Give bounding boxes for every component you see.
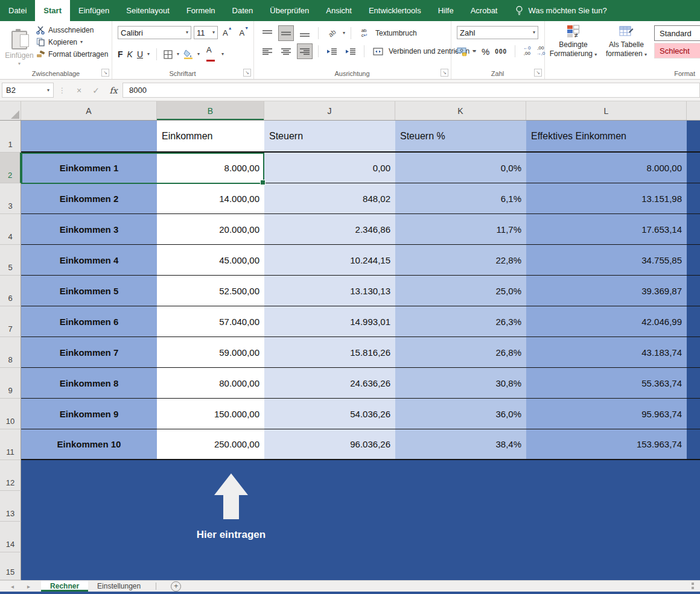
- tab-ueberpruefen[interactable]: Überprüfen: [261, 0, 317, 21]
- sheet-next-icon[interactable]: ▸: [27, 583, 30, 590]
- font-name-select[interactable]: Calibri ▾: [118, 26, 191, 39]
- percent-format-button[interactable]: %: [482, 46, 489, 57]
- scrollbar-grip[interactable]: [692, 583, 694, 589]
- cell-B3[interactable]: 14.000,00: [157, 183, 264, 213]
- tab-start[interactable]: Start: [35, 0, 70, 21]
- row-header-8[interactable]: 8: [0, 337, 21, 368]
- font-size-select[interactable]: 11 ▾: [194, 26, 218, 39]
- thousands-format-button[interactable]: 000: [495, 48, 507, 55]
- cell-K6[interactable]: 25,0%: [395, 276, 526, 306]
- align-right-button[interactable]: [297, 43, 313, 59]
- cell-B8[interactable]: 59.000,00: [157, 337, 264, 367]
- cell-J7[interactable]: 14.993,01: [264, 306, 395, 336]
- column-header-a[interactable]: A: [21, 101, 157, 120]
- cell-A11[interactable]: Einkommen 10: [21, 429, 157, 459]
- row-header-12[interactable]: 12: [0, 460, 21, 491]
- row-header-7[interactable]: 7: [0, 306, 21, 337]
- increase-indent-button[interactable]: [343, 43, 358, 59]
- cell-A5[interactable]: Einkommen 4: [21, 245, 157, 275]
- decrease-decimal-button[interactable]: ,00 →,0: [536, 46, 546, 57]
- format-painter-button[interactable]: Format übertragen: [36, 49, 108, 58]
- orientation-button[interactable]: ab: [324, 25, 340, 41]
- cell-J5[interactable]: 10.244,15: [264, 245, 395, 275]
- cell-B7[interactable]: 57.040,00: [157, 306, 264, 336]
- row-header-15[interactable]: 15: [0, 552, 21, 580]
- cell-J2[interactable]: 0,00: [264, 153, 395, 183]
- insert-function-button[interactable]: fx: [104, 86, 122, 95]
- cell-L3[interactable]: 13.151,98: [526, 183, 687, 213]
- cell-L10[interactable]: 95.963,74: [526, 399, 687, 429]
- formula-input[interactable]: 8000: [122, 83, 700, 98]
- cell-K8[interactable]: 26,8%: [395, 337, 526, 367]
- tab-seitenlayout[interactable]: Seitenlayout: [118, 0, 178, 21]
- tab-acrobat[interactable]: Acrobat: [462, 0, 506, 21]
- cell-J8[interactable]: 15.816,26: [264, 337, 395, 367]
- paste-button[interactable]: Einfügen ▾: [5, 25, 34, 72]
- row-header-11[interactable]: 11: [0, 429, 21, 460]
- cell-L4[interactable]: 17.653,14: [526, 214, 687, 244]
- cell-K4[interactable]: 11,7%: [395, 214, 526, 244]
- cell-K1[interactable]: Steuern %: [395, 121, 526, 151]
- tab-entwicklertools[interactable]: Entwicklertools: [360, 0, 430, 21]
- cell-L9[interactable]: 55.363,74: [526, 368, 687, 398]
- row-header-6[interactable]: 6: [0, 276, 21, 306]
- italic-button[interactable]: K: [127, 49, 133, 59]
- align-left-button[interactable]: [259, 43, 275, 59]
- cell-B1[interactable]: Einkommen: [157, 121, 264, 151]
- sheet-tab-rechner[interactable]: Rechner: [41, 581, 88, 592]
- cell-K9[interactable]: 30,8%: [395, 368, 526, 398]
- cell-J3[interactable]: 848,02: [264, 183, 395, 213]
- row-header-13[interactable]: 13: [0, 491, 21, 522]
- currency-format-button[interactable]: [457, 47, 468, 56]
- cell-J4[interactable]: 2.346,86: [264, 214, 395, 244]
- cell-A3[interactable]: Einkommen 2: [21, 183, 157, 213]
- cell-A6[interactable]: Einkommen 5: [21, 276, 157, 306]
- cell-K10[interactable]: 36,0%: [395, 399, 526, 429]
- cell-K2[interactable]: 0,0%: [395, 153, 526, 183]
- tab-formeln[interactable]: Formeln: [178, 0, 224, 21]
- format-as-table-button[interactable]: Als Tabelleformatieren ▾: [601, 25, 652, 58]
- cell-J9[interactable]: 24.636,26: [264, 368, 395, 398]
- row-header-1[interactable]: 1: [0, 121, 21, 153]
- sheet-prev-icon[interactable]: ◂: [11, 583, 14, 590]
- cell-J1[interactable]: Steuern: [264, 121, 395, 151]
- dialog-launcher-icon[interactable]: ↘: [534, 69, 542, 77]
- decrease-font-button[interactable]: A▼: [237, 28, 252, 37]
- increase-font-button[interactable]: A▲: [220, 28, 235, 37]
- row-header-9[interactable]: 9: [0, 368, 21, 399]
- cell-B9[interactable]: 80.000,00: [157, 368, 264, 398]
- new-sheet-button[interactable]: +: [171, 581, 181, 592]
- tab-daten[interactable]: Daten: [224, 0, 262, 21]
- cell-B11[interactable]: 250.000,00: [157, 429, 264, 459]
- column-header-j[interactable]: J: [264, 101, 395, 120]
- cell-B2[interactable]: 8.000,00: [157, 153, 264, 183]
- dialog-launcher-icon[interactable]: ↘: [441, 69, 448, 77]
- enter-button[interactable]: ✓: [88, 86, 104, 95]
- row-header-2[interactable]: 2: [0, 153, 21, 183]
- align-middle-button[interactable]: [278, 25, 294, 41]
- cell-B4[interactable]: 20.000,00: [157, 214, 264, 244]
- cell-L7[interactable]: 42.046,99: [526, 306, 687, 336]
- cell-K7[interactable]: 26,3%: [395, 306, 526, 336]
- cell-L1[interactable]: Effektives Einkommen: [526, 121, 687, 151]
- decrease-indent-button[interactable]: [324, 43, 340, 59]
- merge-center-button[interactable]: [370, 43, 386, 59]
- increase-decimal-button[interactable]: ←0 ,00: [523, 46, 530, 57]
- cell-B10[interactable]: 150.000,00: [157, 399, 264, 429]
- cell-K11[interactable]: 38,4%: [395, 429, 526, 459]
- tab-ansicht[interactable]: Ansicht: [317, 0, 360, 21]
- cell-B5[interactable]: 45.000,00: [157, 245, 264, 275]
- borders-button[interactable]: [164, 50, 173, 59]
- cell-A2[interactable]: Einkommen 1: [21, 153, 157, 183]
- column-header-b[interactable]: B: [157, 101, 264, 120]
- tab-datei[interactable]: Datei: [0, 0, 35, 21]
- cell-L6[interactable]: 39.369,87: [526, 276, 687, 306]
- cell-B6[interactable]: 52.500,00: [157, 276, 264, 306]
- dialog-launcher-icon[interactable]: ↘: [101, 69, 109, 77]
- align-top-button[interactable]: [259, 25, 275, 41]
- conditional-formatting-button[interactable]: ≠ BedingteFormatierung ▾: [548, 25, 599, 58]
- tell-me-search[interactable]: Was möchten Sie tun?: [508, 0, 614, 21]
- tab-hilfe[interactable]: Hilfe: [430, 0, 462, 21]
- column-header-k[interactable]: K: [395, 101, 526, 120]
- cell-J10[interactable]: 54.036,26: [264, 399, 395, 429]
